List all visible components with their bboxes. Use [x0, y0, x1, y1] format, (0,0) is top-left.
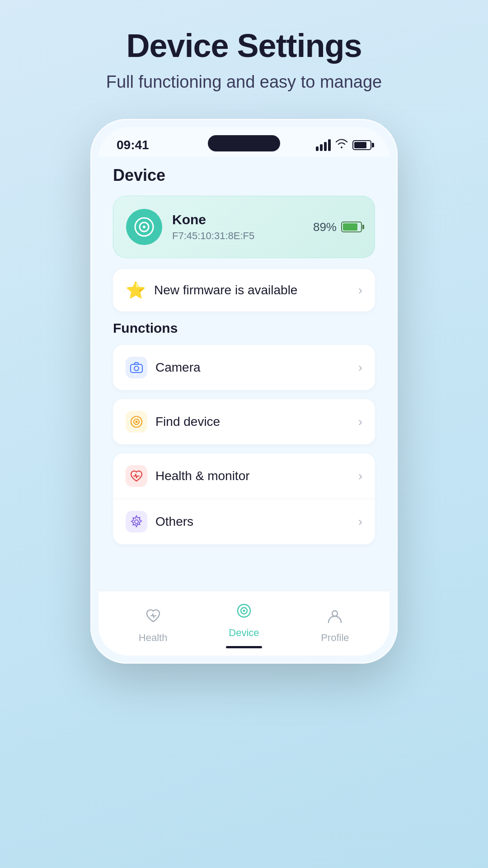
svg-point-13: [135, 520, 138, 524]
profile-nav-label: Profile: [321, 632, 349, 644]
wifi-icon: [335, 139, 348, 151]
firmware-chevron-icon: ›: [358, 283, 362, 297]
device-card[interactable]: Kone F7:45:10:31:8E:F5 89%: [113, 196, 375, 258]
battery-icon: [352, 140, 371, 150]
firmware-update-item[interactable]: ⭐ New firmware is available ›: [113, 269, 375, 311]
others-label: Others: [155, 514, 193, 529]
find-device-menu-item[interactable]: Find device ›: [113, 399, 375, 444]
app-content: Device Kone F7:45:10:31:8E:F5: [99, 157, 389, 564]
nav-active-indicator: [226, 646, 262, 648]
page-title: Device Settings: [126, 27, 361, 64]
screen-title: Device: [113, 166, 375, 185]
status-time: 09:41: [117, 138, 149, 152]
others-menu-item[interactable]: Others ›: [113, 499, 375, 544]
health-monitor-label: Health & monitor: [155, 469, 250, 483]
nav-item-health[interactable]: Health: [108, 607, 198, 644]
device-nav-label: Device: [229, 627, 259, 639]
firmware-star-icon: ⭐: [126, 281, 146, 300]
others-chevron-icon: ›: [358, 514, 362, 529]
battery-percent: 89%: [313, 220, 337, 234]
device-card-left: Kone F7:45:10:31:8E:F5: [126, 209, 254, 245]
profile-nav-icon: [326, 607, 343, 628]
device-avatar: [126, 209, 162, 245]
functions-section-title: Functions: [113, 321, 375, 336]
page-subtitle: Full functioning and easy to manage: [106, 72, 382, 92]
svg-point-2: [143, 226, 145, 228]
health-monitor-chevron-icon: ›: [358, 469, 362, 483]
camera-icon: [126, 357, 147, 378]
nav-item-profile[interactable]: Profile: [290, 607, 380, 644]
status-bar: 09:41: [99, 127, 389, 157]
device-nav-icon: [235, 602, 253, 623]
bottom-nav: Health Device: [99, 591, 389, 656]
firmware-label: New firmware is available: [154, 283, 297, 297]
others-icon: [126, 511, 147, 533]
health-monitor-icon: [126, 465, 147, 487]
device-battery: 89%: [313, 220, 362, 234]
health-nav-label: Health: [139, 632, 168, 644]
status-icons: [316, 139, 371, 151]
find-device-chevron-icon: ›: [358, 415, 362, 429]
health-nav-icon: [145, 607, 162, 628]
svg-rect-3: [131, 364, 142, 373]
find-device-label: Find device: [155, 415, 220, 429]
svg-point-22: [332, 611, 338, 616]
health-monitor-menu-item[interactable]: Health & monitor ›: [113, 453, 375, 499]
camera-label: Camera: [155, 360, 201, 375]
battery-bar: [341, 222, 362, 232]
find-device-icon: [126, 411, 147, 433]
svg-point-4: [134, 366, 139, 371]
device-mac: F7:45:10:31:8E:F5: [172, 230, 254, 242]
phone-frame: 09:41: [90, 119, 398, 664]
phone-screen: 09:41: [99, 127, 389, 656]
notch: [208, 135, 280, 151]
nav-item-device[interactable]: Device: [198, 602, 289, 648]
signal-icon: [316, 139, 331, 151]
device-info: Kone F7:45:10:31:8E:F5: [172, 212, 254, 242]
camera-menu-item[interactable]: Camera ›: [113, 345, 375, 390]
camera-chevron-icon: ›: [358, 360, 362, 375]
device-name: Kone: [172, 212, 254, 227]
svg-point-21: [243, 610, 245, 612]
svg-point-7: [136, 421, 138, 423]
